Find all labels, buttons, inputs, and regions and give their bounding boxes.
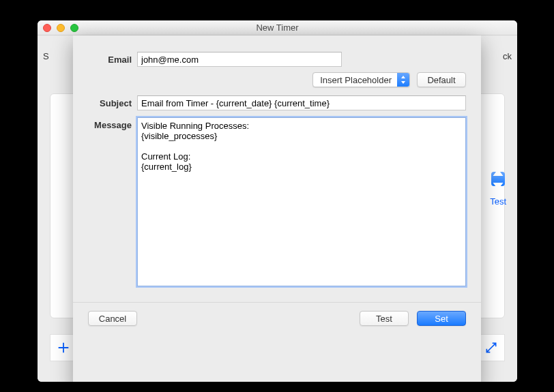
titlebar: New Timer xyxy=(38,20,517,35)
set-button[interactable]: Set xyxy=(417,311,466,326)
sheet-button-row: Cancel Test Set xyxy=(73,311,481,326)
email-field[interactable] xyxy=(137,52,342,67)
message-label: Message xyxy=(88,117,137,130)
window-body: S ck Test Email xyxy=(38,35,517,382)
sheet-dialog: Email Insert Placeholder Default xyxy=(73,35,481,382)
insert-placeholder-popup[interactable]: Insert Placeholder xyxy=(312,72,410,87)
test-button[interactable]: Test xyxy=(360,311,409,326)
subject-field[interactable] xyxy=(137,95,466,110)
chevron-updown-icon xyxy=(397,72,409,87)
insert-placeholder-label: Insert Placeholder xyxy=(313,75,397,85)
bg-left-text: S xyxy=(43,51,49,72)
separator xyxy=(73,302,481,303)
email-label: Email xyxy=(88,52,137,65)
background-dropdown-arrows[interactable] xyxy=(491,172,505,186)
window-title: New Timer xyxy=(38,22,517,33)
cancel-button[interactable]: Cancel xyxy=(88,311,137,326)
expand-button[interactable] xyxy=(478,334,505,361)
background-test-link[interactable]: Test xyxy=(490,196,506,207)
message-textarea[interactable] xyxy=(137,117,466,286)
subject-label: Subject xyxy=(88,95,137,108)
bg-right-text: ck xyxy=(503,51,512,72)
parent-window: New Timer S ck Test Email xyxy=(38,20,517,382)
default-button[interactable]: Default xyxy=(417,72,466,87)
